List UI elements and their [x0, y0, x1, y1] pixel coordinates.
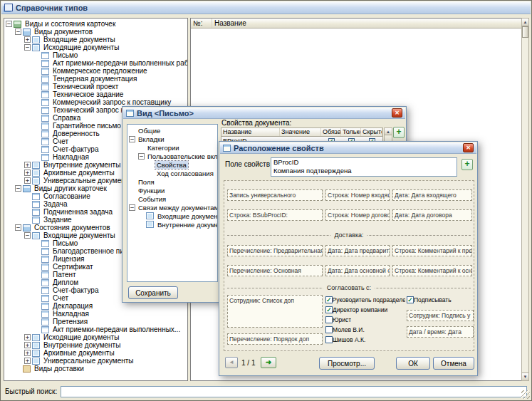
tree-item[interactable]: Коммерческий запрос к поставщику: [4, 98, 187, 106]
tree-item[interactable]: +Исходящие документы: [4, 333, 187, 341]
column-property-value[interactable]: Значение: [280, 128, 321, 136]
tree-item[interactable]: Письмо: [4, 51, 187, 59]
checkbox-icon[interactable]: ✓: [325, 296, 333, 303]
tree-expander-icon[interactable]: +: [24, 170, 31, 176]
tree-expander-icon[interactable]: +: [24, 358, 31, 364]
layout-dialog-titlebar[interactable]: Расположение свойств ✕: [220, 142, 476, 154]
tree-expander-icon[interactable]: −: [24, 232, 31, 239]
approver-option[interactable]: Молев В.И.: [325, 325, 405, 335]
tree-item[interactable]: Свойства: [127, 160, 217, 169]
checkbox-icon[interactable]: ✓: [325, 306, 333, 313]
tree-item[interactable]: Входящие документы: [127, 212, 217, 220]
tree-item[interactable]: Поля: [127, 177, 217, 186]
approver-option[interactable]: Юрист: [325, 315, 405, 325]
save-button[interactable]: Сохранить: [128, 286, 178, 299]
tree-item[interactable]: −Виды и состояния карточек: [4, 20, 187, 28]
close-icon[interactable]: ✕: [392, 108, 402, 118]
tree-item[interactable]: −Связи между документами: [127, 203, 217, 212]
tree-item[interactable]: +Входящие документы: [4, 36, 187, 43]
tree-expander-icon[interactable]: +: [24, 177, 31, 184]
tree-item[interactable]: Функции: [127, 186, 217, 194]
scroll-track[interactable]: [522, 38, 528, 373]
tree-expander-icon[interactable]: −: [129, 136, 135, 142]
tree-item[interactable]: Акт приемки-передачи выполненных...: [4, 326, 187, 333]
field-universal-record[interactable]: Запись универсального: [227, 189, 323, 201]
add-property-button[interactable]: +: [393, 127, 405, 138]
tree-item[interactable]: Виды доставки: [4, 365, 187, 373]
scroll-up-icon[interactable]: ▲: [385, 128, 392, 135]
tree-item[interactable]: −Исходящие документы: [4, 43, 187, 51]
tree-expander-icon[interactable]: −: [15, 28, 21, 35]
tree-item[interactable]: +Архивные документы: [4, 349, 187, 357]
field-main-date[interactable]: Дата: Дата основной отправки: [325, 265, 390, 276]
column-readonly[interactable]: Только...: [341, 128, 361, 136]
field-incoming-number[interactable]: Строка: Номер входящего: [325, 189, 390, 201]
column-name[interactable]: Название: [212, 19, 524, 28]
tree-item[interactable]: −Пользовательские вкладки: [127, 152, 217, 160]
field-signer[interactable]: Сотрудник: Подпись у: [407, 310, 474, 321]
nav-prev-button[interactable]: ◄: [225, 357, 238, 368]
field-preliminary-comment[interactable]: Строка: Комментарий к предварительной: [392, 245, 472, 256]
scroll-up-icon[interactable]: ▲: [522, 19, 528, 26]
column-hidden[interactable]: Скрытое: [361, 128, 382, 136]
tree-expander-icon[interactable]: −: [129, 204, 135, 211]
list-scrollbar[interactable]: ▲ ▼: [521, 18, 529, 381]
tree-item[interactable]: Коммерческое предложение: [4, 67, 187, 75]
tree-item[interactable]: +Универсальные документы: [4, 357, 187, 365]
view-dialog-tree[interactable]: Общие−ВкладкиКатегории−Пользовательские …: [127, 124, 218, 282]
checkbox-icon[interactable]: [325, 316, 333, 323]
tree-expander-icon[interactable]: +: [24, 36, 31, 43]
checkbox-icon[interactable]: ✓: [407, 296, 414, 303]
tree-item[interactable]: Акт приемки-передачи выполненных работ: [4, 59, 187, 67]
scroll-thumb[interactable]: [522, 26, 528, 38]
preview-button[interactable]: Просмотр...: [319, 357, 375, 370]
tree-expander-icon[interactable]: −: [15, 185, 21, 192]
tree-item[interactable]: Технический проект: [4, 83, 187, 90]
tree-expander-icon[interactable]: +: [24, 334, 31, 340]
resize-grip[interactable]: [521, 390, 530, 399]
scroll-down-icon[interactable]: ▼: [522, 373, 528, 380]
tree-expander-icon[interactable]: −: [6, 21, 12, 27]
nav-next-button[interactable]: ➜: [261, 357, 276, 368]
field-datetime[interactable]: Дата / время: Дата: [407, 326, 474, 338]
field-order[interactable]: Перечисление: Порядок доп: [227, 333, 323, 345]
tree-item[interactable]: Претензия: [4, 318, 187, 326]
tree-item[interactable]: Декларация: [4, 302, 187, 310]
column-required[interactable]: Обязат...: [321, 128, 341, 136]
tree-expander-icon[interactable]: +: [24, 162, 31, 168]
column-property-name[interactable]: Название: [221, 128, 280, 136]
approver-option[interactable]: ✓Руководитель подразделения: [325, 295, 405, 305]
tree-item[interactable]: +Внутренние документы: [4, 341, 187, 349]
window-titlebar[interactable]: Справочник типов: [1, 1, 531, 14]
checkbox-icon[interactable]: [325, 336, 333, 343]
tree-item[interactable]: Накладная: [4, 310, 187, 318]
field-item[interactable]: Компания подтверждена: [273, 167, 454, 175]
add-field-button[interactable]: +: [461, 159, 473, 170]
tree-expander-icon[interactable]: +: [24, 350, 31, 356]
tree-item[interactable]: Ход согласования: [127, 169, 217, 177]
sign-option[interactable]: ✓ Подписывать: [407, 295, 474, 305]
field-list[interactable]: BProcID Компания подтверждена: [271, 157, 457, 177]
tree-item[interactable]: −Виды документов: [4, 28, 187, 36]
tree-item[interactable]: Категории: [127, 143, 217, 152]
column-number[interactable]: №:: [191, 19, 212, 28]
approver-option[interactable]: Шишов А.К.: [325, 335, 405, 345]
field-main-dispatch[interactable]: Перечисление: Основная: [227, 265, 323, 276]
tree-item[interactable]: Тендерная документация: [4, 75, 187, 83]
ok-button[interactable]: ОК: [396, 357, 430, 370]
field-staff-list[interactable]: Сотрудник: Список доп: [227, 295, 323, 328]
field-preliminary[interactable]: Перечисление: Предварительная: [227, 245, 323, 256]
tree-item[interactable]: −Вкладки: [127, 135, 217, 143]
tree-expander-icon[interactable]: −: [138, 153, 145, 160]
field-main-comment[interactable]: Строка: Комментарий к основной отправке: [392, 265, 472, 276]
field-incoming-date[interactable]: Дата: Дата входящего: [392, 189, 472, 201]
checkbox-icon[interactable]: [325, 326, 333, 333]
tree-item[interactable]: Общие: [127, 126, 217, 135]
field-preliminary-date[interactable]: Дата: Дата предварительной: [325, 245, 390, 256]
quick-search-input[interactable]: [61, 386, 527, 397]
field-bsubprocid[interactable]: Строка: BSubProcID:: [227, 209, 323, 221]
field-contract-date[interactable]: Дата: Дата договора: [392, 209, 472, 221]
approver-option[interactable]: ✓Директор компании: [325, 305, 405, 315]
tree-expander-icon[interactable]: +: [24, 342, 31, 348]
tree-item[interactable]: Техническое задание: [4, 90, 187, 98]
